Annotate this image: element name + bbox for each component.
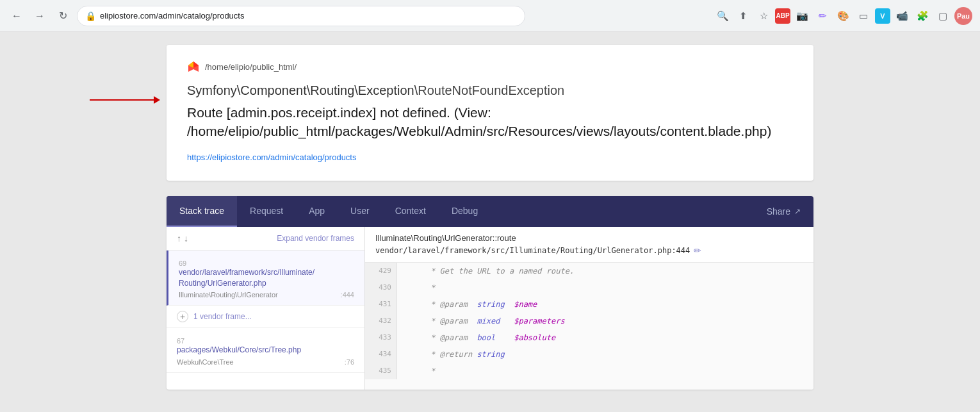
exception-namespace: Symfony\Component\Routing\Exception\Rout… [187, 83, 793, 98]
share-icon[interactable]: ⬆ [734, 7, 752, 25]
toolbar-icons: 🔍 ⬆ ☆ ABP 📷 ✏ 🎨 ▭ V 📹 🧩 ▢ Pau [714, 7, 972, 25]
stack-trace-card: Stack trace Request App User Context Deb… [167, 196, 813, 390]
edit-icon[interactable]: ✏ [694, 245, 701, 256]
back-button[interactable]: ← [8, 7, 26, 25]
code-line-430: 430 * [365, 279, 813, 296]
comment-432: * @param mixed $parameters [407, 317, 565, 325]
address-bar[interactable]: 🔒 elipiostore.com/admin/catalog/products [77, 6, 525, 26]
code-file: vendor/laravel/framework/src/Illuminate/… [375, 245, 803, 256]
sort-icons: ↑ ↓ [177, 233, 188, 243]
frame-3-info: 67 [177, 337, 354, 345]
forward-button[interactable]: → [31, 7, 49, 25]
extension-icon[interactable]: 🧩 [913, 7, 931, 25]
exception-class: RouteNotFoundException [418, 83, 564, 97]
error-card: /home/elipio/public_html/ Symfony\Compon… [167, 45, 813, 181]
vendor-frame-label: 1 vendor frame... [193, 312, 252, 321]
error-path: /home/elipio/public_html/ [205, 62, 297, 72]
frame-3-class: Webkul\Core\Tree [177, 358, 234, 366]
page-content: /home/elipio/public_html/ Symfony\Compon… [0, 32, 980, 402]
refresh-button[interactable]: ↻ [54, 7, 72, 25]
comment-429: * Get the URL to a named route. [407, 267, 574, 276]
laravel-logo-icon [187, 60, 200, 73]
screen-icon[interactable]: ▭ [854, 7, 872, 25]
tab-debug[interactable]: Debug [439, 196, 491, 227]
user-avatar[interactable]: Pau [954, 7, 972, 25]
comment-434: * @return string [407, 350, 505, 359]
stack-left-panel: ↑ ↓ Expand vendor frames 69 vendor/larav… [167, 227, 365, 390]
share-arrow-icon: ↗ [794, 207, 801, 216]
tab-stack-trace[interactable]: Stack trace [167, 196, 237, 227]
code-line-429: 429 * Get the URL to a named route. [365, 263, 813, 279]
frame-1-class: Illuminate\Routing\UrlGenerator [179, 291, 278, 299]
code-class-path: Illuminate\Routing\UrlGenerator::route [375, 233, 516, 243]
pen-icon[interactable]: ✏ [813, 7, 831, 25]
frame-3-path: packages/Webkul/Core/src/Tree.php [177, 345, 354, 356]
url-text: elipiostore.com/admin/catalog/products [100, 11, 244, 21]
code-line-431: 431 * @param string $name [365, 296, 813, 313]
tab-context[interactable]: Context [382, 196, 439, 227]
code-header: Illuminate\Routing\UrlGenerator::route v… [365, 227, 813, 263]
comment-433: * @param bool $absolute [407, 333, 555, 342]
code-line-435: 435 * [365, 363, 813, 379]
tab-user[interactable]: User [338, 196, 382, 227]
stack-left-header: ↑ ↓ Expand vendor frames [167, 227, 364, 251]
vimeo-icon[interactable]: V [875, 8, 890, 24]
bookmark-icon[interactable]: ☆ [755, 7, 772, 25]
code-line-432: 432 * @param mixed $parameters [365, 313, 813, 329]
vendor-frame-group[interactable]: + 1 vendor frame... [167, 306, 364, 328]
code-block: 429 * Get the URL to a named route. 430 … [365, 263, 813, 379]
frame-1-bottom: Illuminate\Routing\UrlGenerator :444 [179, 291, 354, 299]
error-logo: /home/elipio/public_html/ [187, 60, 793, 73]
code-file-path: vendor/laravel/framework/src/Illuminate/… [375, 246, 690, 255]
sort-down-icon[interactable]: ↓ [184, 233, 188, 243]
stack-frame-1[interactable]: 69 vendor/laravel/framework/src/Illumina… [167, 251, 364, 306]
stack-right-panel: Illuminate\Routing\UrlGenerator::route v… [365, 227, 813, 390]
stack-frame-3[interactable]: 67 packages/Webkul/Core/src/Tree.php Web… [167, 328, 364, 373]
frame-3-line: :76 [345, 358, 354, 366]
comment-430: * [407, 283, 435, 292]
tab-app[interactable]: App [296, 196, 338, 227]
frame-1-info: 69 [179, 260, 354, 267]
red-arrow [90, 96, 160, 104]
color-icon[interactable]: 🎨 [834, 7, 852, 25]
code-class: Illuminate\Routing\UrlGenerator::route [375, 233, 803, 243]
lock-icon: 🔒 [85, 11, 96, 21]
zoom-icon[interactable]: 🔍 [714, 7, 731, 25]
stack-nav: Stack trace Request App User Context Deb… [167, 196, 813, 227]
window-icon[interactable]: ▢ [934, 7, 952, 25]
sort-up-icon[interactable]: ↑ [177, 233, 181, 243]
expand-vendor-link[interactable]: Expand vendor frames [277, 234, 354, 243]
stack-body: ↑ ↓ Expand vendor frames 69 vendor/larav… [167, 227, 813, 390]
camera-icon[interactable]: 📷 [793, 7, 811, 25]
exception-link[interactable]: https://elipiostore.com/admin/catalog/pr… [187, 152, 356, 162]
adblock-icon[interactable]: ABP [775, 8, 790, 24]
code-line-433: 433 * @param bool $absolute [365, 329, 813, 346]
frame-1-path: vendor/laravel/framework/src/Illuminate/… [179, 267, 354, 289]
frame-1-line: :444 [341, 291, 354, 299]
tab-share[interactable]: Share ↗ [754, 196, 813, 227]
exception-message: Route [admin.pos.receipt.index] not defi… [187, 103, 793, 141]
comment-431: * @param string $name [407, 300, 537, 309]
frame-1-num: 69 [179, 260, 194, 267]
browser-chrome: ← → ↻ 🔒 elipiostore.com/admin/catalog/pr… [0, 0, 980, 32]
expand-icon[interactable]: + [177, 311, 188, 322]
tab-request[interactable]: Request [237, 196, 296, 227]
frame-3-num: 67 [177, 337, 192, 345]
frame-3-bottom: Webkul\Core\Tree :76 [177, 358, 354, 366]
comment-435: * [407, 367, 435, 375]
video-icon[interactable]: 📹 [893, 7, 911, 25]
code-line-434: 434 * @return string [365, 346, 813, 363]
